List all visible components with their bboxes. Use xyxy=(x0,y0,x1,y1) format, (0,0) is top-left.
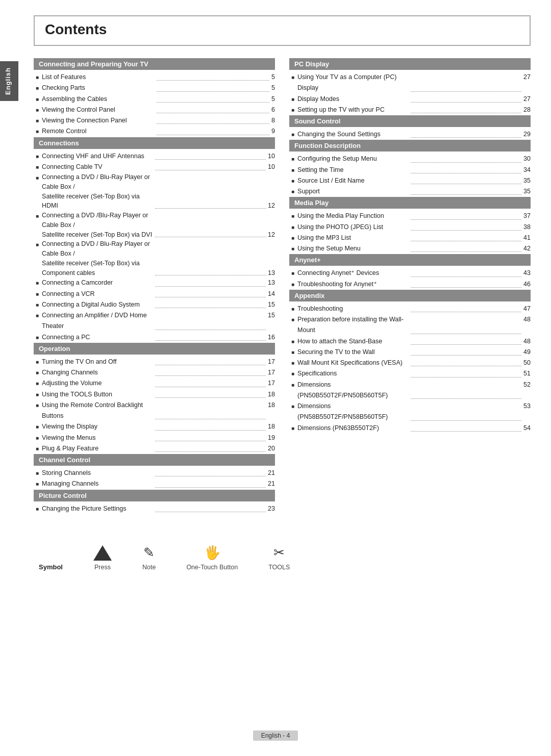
toc-dots xyxy=(411,102,522,103)
toc-page-number: 50 xyxy=(523,358,531,368)
toc-item-label: Connecting a Digital Audio System xyxy=(42,299,153,310)
toc-dots xyxy=(411,137,522,138)
bullet-icon: ■ xyxy=(36,84,39,92)
bullet-icon: ■ xyxy=(36,434,39,442)
toc-dots xyxy=(155,159,266,160)
section-header: Function Description xyxy=(289,140,531,152)
toc-section: Connecting and Preparing Your TV■List of… xyxy=(34,58,275,137)
toc-page-number: 28 xyxy=(523,105,531,115)
toc-dots xyxy=(411,366,522,366)
list-item: ■Dimensions (PN58B550T2F/PN58B560T5F)53 xyxy=(289,401,531,423)
toc-dots xyxy=(155,340,266,341)
toc-item-label: Display Modes xyxy=(297,94,409,105)
toc-dots xyxy=(411,113,522,113)
toc-item-label: Connecting Cable TV xyxy=(42,162,153,172)
bullet-icon: ■ xyxy=(36,152,39,161)
bullet-icon: ■ xyxy=(291,130,294,139)
toc-item-label: Dimensions (PN63B550T2F) xyxy=(297,423,409,434)
toc-page-number: 43 xyxy=(523,268,531,279)
list-item: ■Turning the TV On and Off17 xyxy=(34,357,275,367)
toc-page-number: 46 xyxy=(523,279,531,290)
toc-item-label: Setting the Time xyxy=(297,165,409,175)
toc-page-number: 35 xyxy=(523,175,531,186)
toc-section: Sound Control■Changing the Sound Setting… xyxy=(289,115,531,140)
toc-item-label: Storing Channels xyxy=(42,468,153,478)
toc-dots xyxy=(157,80,269,81)
bullet-icon: ■ xyxy=(291,369,294,378)
list-item: ■Using Your TV as a Computer (PC) Displa… xyxy=(289,72,531,94)
toc-page-number: 6 xyxy=(271,105,275,115)
bullet-icon: ■ xyxy=(36,73,39,82)
toc-item-label: Viewing the Display xyxy=(42,421,153,432)
bullet-icon: ■ xyxy=(291,73,294,82)
symbol-note: ✎ Note xyxy=(142,545,156,571)
toc-dots xyxy=(411,312,522,312)
toc-section: Media Play■Using the Media Play Function… xyxy=(289,197,531,254)
bullet-icon: ■ xyxy=(291,305,294,313)
bullet-icon: ■ xyxy=(36,241,39,248)
list-item: ■How to attach the Stand-Base48 xyxy=(289,336,531,347)
list-item: ■Using the MP3 List41 xyxy=(289,233,531,243)
bullet-icon: ■ xyxy=(291,337,294,346)
bullet-icon: ■ xyxy=(36,279,39,287)
footer-page: English - 4 xyxy=(253,730,298,741)
bullet-icon: ■ xyxy=(36,300,39,309)
toc-page-number: 5 xyxy=(271,83,275,93)
bullet-icon: ■ xyxy=(36,116,39,125)
toc-dots xyxy=(155,286,266,287)
toc-item-label: Connecting a DVD / Blu-Ray Player or Cab… xyxy=(42,172,153,211)
toc-dots xyxy=(155,365,266,365)
list-item: ■Setting the Time34 xyxy=(289,165,531,175)
toc-section: Appendix■Troubleshooting47■Preparation b… xyxy=(289,290,531,434)
onetouch-icon: 🖐 xyxy=(204,545,220,561)
toc-page-number: 12 xyxy=(268,230,275,240)
toc-left-column: Connecting and Preparing Your TV■List of… xyxy=(34,58,275,514)
bullet-icon: ■ xyxy=(291,177,294,185)
toc-page-number: 37 xyxy=(523,211,531,221)
toc-item-label: Using the PHOTO (JPEG) List xyxy=(297,222,409,233)
list-item: ■Connecting VHF and UHF Antennas10 xyxy=(34,151,275,162)
list-item: ■Connecting a DVD / Blu-Ray Player or Ca… xyxy=(34,172,275,211)
bullet-icon: ■ xyxy=(36,174,39,182)
list-item: ■Viewing the Connection Panel8 xyxy=(34,115,275,126)
toc-item-label: Troubleshooting xyxy=(297,304,409,314)
toc-dots xyxy=(157,135,269,135)
toc-page-number: 13 xyxy=(268,278,275,288)
toc-page-number: 17 xyxy=(268,357,275,367)
toc-item-label: How to attach the Stand-Base xyxy=(297,336,409,347)
toc-page-number: 48 xyxy=(523,336,531,347)
toc-dots xyxy=(411,377,522,377)
toc-item-label: Connecting an Amplifier / DVD Home Theat… xyxy=(42,310,153,332)
toc-dots xyxy=(155,330,266,330)
toc-item-label: Using the Media Play Function xyxy=(297,211,409,221)
toc-item-label: Assembling the Cables xyxy=(42,94,155,105)
list-item: ■Support35 xyxy=(289,186,531,197)
onetouch-label: One-Touch Button xyxy=(186,564,238,571)
toc-page-number: 52 xyxy=(523,380,531,390)
toc-section: Connections■Connecting VHF and UHF Anten… xyxy=(34,137,275,343)
bullet-icon: ■ xyxy=(291,234,294,242)
toc-dots xyxy=(155,512,266,512)
toc-item-label: Connecting a PC xyxy=(42,332,153,343)
toc-item-label: Dimensions (PN50B550T2F/PN50B560T5F) xyxy=(297,380,409,401)
list-item: ■Plug & Play Feature20 xyxy=(34,443,275,454)
bullet-icon: ■ xyxy=(36,379,39,388)
toc-item-label: Connecting a DVD /Blu-Ray Player or Cabl… xyxy=(42,211,153,239)
toc-section: Function Description■Configuring the Set… xyxy=(289,140,531,197)
toc-item-label: Remote Control xyxy=(42,126,155,137)
note-label: Note xyxy=(142,564,156,571)
toc-page-number: 5 xyxy=(271,72,275,83)
toc-dots xyxy=(411,91,522,92)
toc-dots xyxy=(411,241,522,241)
list-item: ■Viewing the Display18 xyxy=(34,421,275,432)
list-item: ■Using the TOOLS Button18 xyxy=(34,389,275,400)
bullet-icon: ■ xyxy=(291,166,294,174)
toc-dots xyxy=(155,297,266,297)
list-item: ■Connecting a DVD / Blu-Ray Player or Ca… xyxy=(34,239,275,278)
toc-page-number: 35 xyxy=(523,186,531,197)
toc-page-number: 34 xyxy=(523,165,531,175)
toc-item-label: Setting up the TV with your PC xyxy=(297,105,409,115)
toc-item-label: Changing the Picture Settings xyxy=(42,503,153,514)
toc-page-number: 8 xyxy=(271,115,275,126)
symbol-press: Press xyxy=(93,545,112,571)
